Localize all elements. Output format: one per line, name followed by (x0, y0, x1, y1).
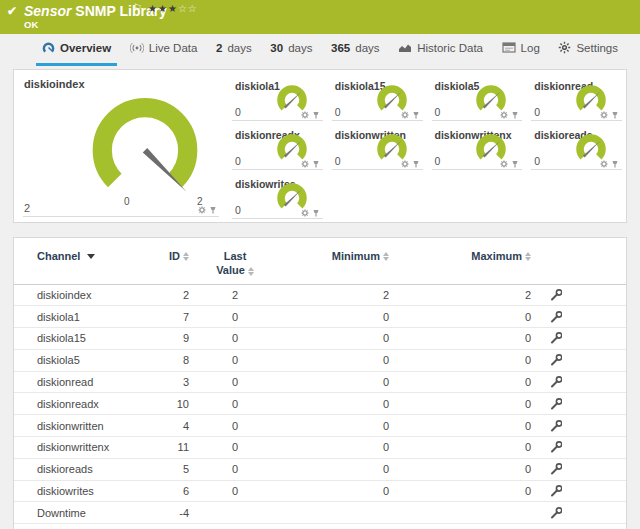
cell-minimum: 0 (383, 354, 389, 366)
table-row[interactable]: diskiola15 9 0 0 0 (14, 328, 626, 350)
channel-settings-wrench-icon[interactable] (550, 485, 562, 497)
gauge-pin-icon[interactable] (412, 160, 420, 168)
gauge-pin-icon[interactable] (209, 206, 217, 214)
tab-live-data[interactable]: Live Data (124, 34, 204, 66)
cell-channel[interactable]: diskioreads (37, 463, 93, 475)
cell-channel[interactable]: diskioindex (37, 289, 91, 301)
gauge-diskiola1[interactable]: diskiola1 0 (229, 76, 325, 125)
channel-settings-wrench-icon[interactable] (550, 354, 562, 366)
stars-empty[interactable]: ☆☆ (178, 3, 198, 14)
gauge-diskiowrites[interactable]: diskiowrites 0 (229, 174, 325, 223)
gauge-pin-icon[interactable] (312, 160, 320, 168)
gauge-settings-icon[interactable] (401, 160, 409, 168)
tab-2-days[interactable]: 2 days (210, 34, 258, 66)
gauge-diskionwritten[interactable]: diskionwritten 0 (329, 125, 425, 174)
table-row[interactable]: diskionwritten 4 0 0 0 (14, 415, 626, 437)
gauge-diskioindex[interactable]: diskioindex 2 0 2 (14, 70, 227, 222)
cell-channel[interactable]: diskionwritten (37, 420, 104, 432)
channel-settings-wrench-icon[interactable] (550, 398, 562, 410)
table-row[interactable]: diskionreadx 10 0 0 0 (14, 393, 626, 415)
gauge-diskionread[interactable]: diskionread 0 (528, 76, 624, 125)
gauge-pin-icon[interactable] (312, 209, 320, 217)
cell-channel[interactable]: diskiola15 (37, 332, 86, 344)
channel-settings-wrench-icon[interactable] (550, 463, 562, 475)
tab-settings[interactable]: Settings (552, 34, 624, 66)
small-gauges-grid: diskiola1 0 diskiola15 0 (227, 70, 626, 222)
gauge-settings-icon[interactable] (301, 160, 309, 168)
tab-label: Log (521, 42, 540, 54)
gauge-diskiola5[interactable]: diskiola5 0 (429, 76, 525, 125)
gauge-pin-icon[interactable] (611, 111, 619, 119)
gauge-settings-icon[interactable] (600, 111, 608, 119)
table-row[interactable]: diskioreads 5 0 0 0 (14, 459, 626, 481)
gauge-diskioreads[interactable]: diskioreads 0 (528, 125, 624, 174)
table-row[interactable]: Downtime -4 (14, 502, 626, 524)
cell-channel[interactable]: diskiola5 (37, 354, 80, 366)
gauge-settings-icon[interactable] (600, 160, 608, 168)
channel-settings-wrench-icon[interactable] (550, 311, 562, 323)
gauge-icon (42, 41, 55, 54)
cell-maximum: 0 (525, 311, 531, 323)
cell-channel[interactable]: diskionread (37, 376, 93, 388)
cell-channel[interactable]: diskiola1 (37, 311, 80, 323)
cell-id: 6 (183, 485, 189, 497)
gauge-diskiola15[interactable]: diskiola15 0 (329, 76, 425, 125)
gauge-current-value: 0 (235, 106, 241, 118)
sensor-status-bar: ✔ Sensor SNMP Library ⚐ ★★★☆☆ OK (0, 0, 640, 34)
channel-settings-wrench-icon[interactable] (550, 376, 562, 388)
gauge-pin-icon[interactable] (412, 111, 420, 119)
main-gauge-chart (70, 84, 220, 210)
gauge-settings-icon[interactable] (401, 111, 409, 119)
channel-settings-wrench-icon[interactable] (550, 507, 562, 519)
cell-minimum: 0 (383, 463, 389, 475)
table-row[interactable]: diskioindex 2 2 2 2 (14, 285, 626, 307)
table-row[interactable]: diskiowrites 6 0 0 0 (14, 481, 626, 503)
tab-log[interactable]: Log (496, 34, 546, 66)
cell-id: 10 (177, 398, 189, 410)
table-row[interactable]: diskiola5 8 0 0 0 (14, 350, 626, 372)
priority-stars[interactable]: ★★★☆☆ (148, 3, 198, 14)
cell-channel[interactable]: diskionwrittenx (37, 441, 109, 453)
gauge-pin-icon[interactable] (312, 111, 320, 119)
table-row[interactable]: diskionwrittenx 11 0 0 0 (14, 437, 626, 459)
gauge-diskionreadx[interactable]: diskionreadx 0 (229, 125, 325, 174)
flag-icon[interactable]: ⚐ (133, 2, 142, 13)
cell-channel[interactable]: diskiowrites (37, 485, 94, 497)
gauge-pin-icon[interactable] (511, 111, 519, 119)
column-header-last-value[interactable]: Last Value (216, 250, 254, 278)
channel-settings-wrench-icon[interactable] (550, 420, 562, 432)
column-header-minimum[interactable]: Minimum (332, 250, 389, 262)
table-row[interactable]: diskionread 3 0 0 0 (14, 372, 626, 394)
gauge-current-value: 0 (235, 155, 241, 167)
cell-maximum: 0 (525, 332, 531, 344)
gauge-settings-icon[interactable] (301, 209, 309, 217)
cell-minimum: 0 (383, 311, 389, 323)
gauge-diskionwrittenx[interactable]: diskionwrittenx 0 (429, 125, 525, 174)
tab-365-days[interactable]: 365 days (325, 34, 385, 66)
channel-settings-wrench-icon[interactable] (550, 441, 562, 453)
channel-settings-wrench-icon[interactable] (550, 289, 562, 301)
tab-label: Live Data (149, 42, 198, 54)
stars-filled[interactable]: ★★★ (148, 3, 178, 14)
tab-overview[interactable]: Overview (36, 34, 117, 66)
gauge-settings-icon[interactable] (500, 160, 508, 168)
gauge-scale-min: 0 (124, 196, 130, 207)
column-header-maximum[interactable]: Maximum (471, 250, 531, 262)
gauge-pin-icon[interactable] (611, 160, 619, 168)
gauge-settings-icon[interactable] (500, 111, 508, 119)
gauge-settings-icon[interactable] (198, 206, 206, 214)
cell-channel[interactable]: diskionreadx (37, 398, 99, 410)
tab-historic-data[interactable]: Historic Data (392, 34, 489, 66)
tab-30-days[interactable]: 30 days (264, 34, 318, 66)
column-header-id[interactable]: ID (169, 250, 189, 262)
gauge-pin-icon[interactable] (511, 160, 519, 168)
sort-icon (248, 267, 254, 276)
channel-settings-wrench-icon[interactable] (550, 332, 562, 344)
cell-id: 3 (183, 376, 189, 388)
gauge-settings-icon[interactable] (301, 111, 309, 119)
tab-label: days (227, 42, 251, 54)
column-header-channel[interactable]: Channel (37, 250, 95, 262)
table-row[interactable]: diskiola1 7 0 0 0 (14, 306, 626, 328)
cell-channel[interactable]: Downtime (37, 507, 86, 519)
cell-minimum: 0 (383, 485, 389, 497)
